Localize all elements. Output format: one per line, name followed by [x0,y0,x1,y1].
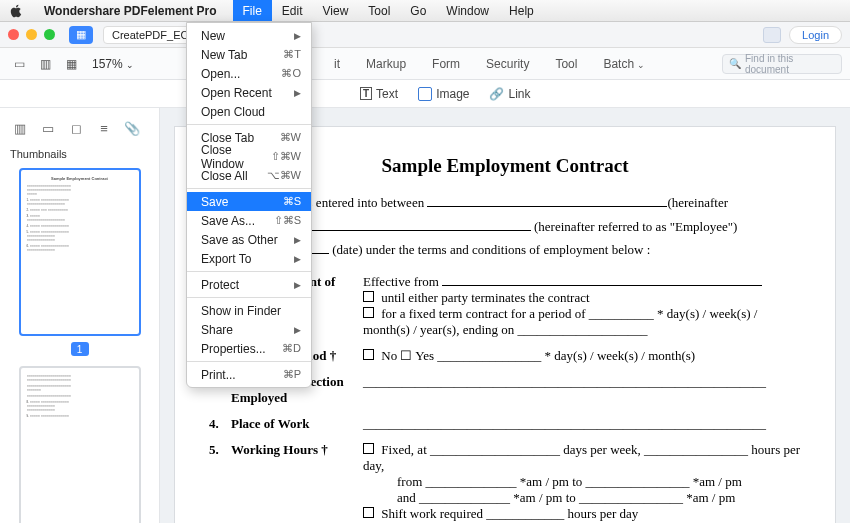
list-item: 5.Working Hours † Fixed, at ____________… [209,442,801,522]
thumbnails-tab-icon[interactable]: ▥ [12,120,28,136]
edit-subtoolbar: TText Image 🔗Link [0,80,850,108]
ribbon-markup[interactable]: Markup [366,57,406,71]
list-item: 4.Place of Work_________________________… [209,416,801,432]
login-button[interactable]: Login [789,26,842,44]
menu-item-properties-[interactable]: Properties...⌘D [187,339,311,358]
thumbnail-sidebar: ▥ ▭ ◻ ≡ 📎 Thumbnails Sample Employment C… [0,108,160,523]
menu-tool[interactable]: Tool [358,0,400,21]
text-icon: T [360,87,372,100]
search-placeholder: Find in this document [745,53,835,75]
menu-edit[interactable]: Edit [272,0,313,21]
link-tool-button[interactable]: 🔗Link [489,87,530,101]
sidebar-title: Thumbnails [10,148,149,160]
menu-item-share[interactable]: Share▶ [187,320,311,339]
window-header: ▦ CreatePDF_ECsample c 2 × + Login [0,22,850,48]
menu-item-save[interactable]: Save⌘S [187,192,311,211]
menu-item-new[interactable]: New▶ [187,26,311,45]
outline-tab-icon[interactable]: ◻ [68,120,84,136]
menu-item-protect[interactable]: Protect▶ [187,275,311,294]
main-toolbar: ▭ ▥ ▦ 157% ⌄ it Markup Form Security Too… [0,48,850,80]
app-logo-icon: ▦ [69,26,93,44]
text-tool-button[interactable]: TText [360,87,398,101]
menu-item-save-as-other[interactable]: Save as Other▶ [187,230,311,249]
search-icon: 🔍 [729,58,741,69]
menu-go[interactable]: Go [400,0,436,21]
macos-menubar: Wondershare PDFelement Pro File Edit Vie… [0,0,850,22]
view-grid-icon[interactable]: ▦ [60,54,82,74]
image-tool-button[interactable]: Image [418,87,469,101]
menu-view[interactable]: View [313,0,359,21]
menu-item-print-[interactable]: Print...⌘P [187,365,311,384]
annotations-tab-icon[interactable]: ≡ [96,120,112,136]
menu-file[interactable]: File [233,0,272,21]
ribbon-form[interactable]: Form [432,57,460,71]
traffic-lights [8,29,55,40]
user-icon[interactable] [763,27,781,43]
sidebar-tabs: ▥ ▭ ◻ ≡ 📎 [10,116,149,144]
menu-item-open-[interactable]: Open...⌘O [187,64,311,83]
app-title[interactable]: Wondershare PDFelement Pro [34,0,227,21]
thumbnail-page-2[interactable]: ━━━━━━━━━━━━━━━━━━━━━━━━━━━━━━━━━━━━━━━━… [19,366,141,523]
ribbon-tool[interactable]: Tool [555,57,577,71]
link-icon: 🔗 [489,87,504,101]
menu-item-open-cloud[interactable]: Open Cloud [187,102,311,121]
page-number-badge: 1 [71,342,89,356]
bookmarks-tab-icon[interactable]: ▭ [40,120,56,136]
thumbnail-page-1[interactable]: Sample Employment Contract ━━━━━━━━━━━━━… [19,168,141,336]
file-menu-dropdown: New▶New Tab⌘TOpen...⌘OOpen Recent▶Open C… [186,22,312,388]
apple-icon[interactable] [10,4,24,18]
image-icon [418,87,432,101]
ribbon-tabs: it Markup Form Security Tool Batch ⌄ [334,57,645,71]
menu-item-show-in-finder[interactable]: Show in Finder [187,301,311,320]
menu-item-open-recent[interactable]: Open Recent▶ [187,83,311,102]
search-input[interactable]: 🔍 Find in this document [722,54,842,74]
view-columns-icon[interactable]: ▥ [34,54,56,74]
menu-window[interactable]: Window [436,0,499,21]
menu-item-new-tab[interactable]: New Tab⌘T [187,45,311,64]
ribbon-batch[interactable]: Batch ⌄ [603,57,645,71]
zoom-level[interactable]: 157% ⌄ [92,57,134,71]
zoom-window-button[interactable] [44,29,55,40]
menu-item-save-as-[interactable]: Save As...⇧⌘S [187,211,311,230]
view-single-icon[interactable]: ▭ [8,54,30,74]
minimize-window-button[interactable] [26,29,37,40]
attachments-tab-icon[interactable]: 📎 [124,120,140,136]
ribbon-edit[interactable]: it [334,57,340,71]
menu-item-close-window[interactable]: Close Window⇧⌘W [187,147,311,166]
menu-item-export-to[interactable]: Export To▶ [187,249,311,268]
close-window-button[interactable] [8,29,19,40]
ribbon-security[interactable]: Security [486,57,529,71]
menu-help[interactable]: Help [499,0,544,21]
